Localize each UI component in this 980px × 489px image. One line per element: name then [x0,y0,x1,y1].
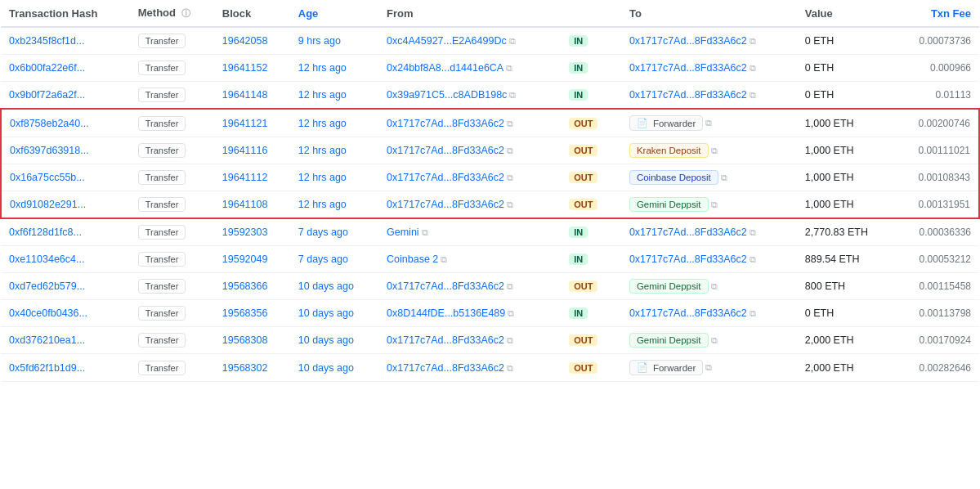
block-link[interactable]: 19641148 [222,89,268,101]
method-badge: Transfer [138,361,186,375]
from-addr-link[interactable]: 0x39a971C5...c8ADB198c [387,89,507,101]
copy-from-icon[interactable]: ⧉ [422,227,428,237]
tx-hash-link[interactable]: 0xd7ed62b579... [9,280,85,292]
from-addr-link[interactable]: 0x24bbf8A8...d1441e6CA [387,62,503,74]
from-addr-link[interactable]: 0x1717c7Ad...8Fd33A6c2 [387,145,504,156]
from-addr-link[interactable]: 0x8D144fDE...b5136E489 [387,307,505,319]
copy-from-icon[interactable]: ⧉ [506,63,512,73]
copy-to-icon[interactable]: ⧉ [705,362,712,372]
to-addr-link[interactable]: 0x1717c7Ad...8Fd33A6c2 [629,35,747,47]
to-addr-link[interactable]: 0x1717c7Ad...8Fd33A6c2 [629,89,747,101]
copy-to-icon[interactable]: ⧉ [750,90,756,100]
value-cell: 1,000 ETH [797,164,894,191]
copy-from-icon[interactable]: ⧉ [441,254,447,264]
table-row: 0x9b0f72a6a2f...Transfer1964114812 hrs a… [1,82,979,110]
age-text: 12 hrs ago [298,172,347,183]
block-link[interactable]: 19641108 [222,199,268,210]
age-cell: 7 days ago [290,218,378,246]
copy-from-icon[interactable]: ⧉ [509,36,516,46]
to-label-badge: Gemini Deppsit [629,197,709,212]
copy-to-icon[interactable]: ⧉ [711,281,718,291]
block-link[interactable]: 19592303 [222,227,268,238]
from-addr-link[interactable]: 0x1717c7Ad...8Fd33A6c2 [387,362,504,374]
block-link[interactable]: 19568366 [222,280,268,292]
in-badge: IN [569,35,588,47]
copy-from-icon[interactable]: ⧉ [508,308,514,318]
copy-to-icon[interactable]: ⧉ [750,254,756,264]
col-header-txn-fee[interactable]: Txn Fee [894,0,979,27]
age-text: 10 days ago [298,362,354,374]
block-link[interactable]: 19568302 [222,362,268,374]
block-link[interactable]: 19641121 [222,118,268,129]
tx-hash-cell: 0xe11034e6c4... [1,246,130,273]
tx-hash-link[interactable]: 0xd376210ea1... [9,334,85,346]
copy-to-icon[interactable]: ⧉ [750,227,756,237]
to-label-badge: Coinbase Deposit [629,170,718,185]
copy-from-icon[interactable]: ⧉ [507,173,513,182]
to-addr-link[interactable]: 0x1717c7Ad...8Fd33A6c2 [629,227,747,238]
txn-fee-cell: 0.00200746 [894,109,979,137]
copy-from-icon[interactable]: ⧉ [507,281,513,291]
tx-hash-link[interactable]: 0x5fd62f1b1d9... [9,362,85,374]
block-link[interactable]: 19642058 [222,35,268,47]
table-header-row: Transaction Hash Method ⓘ Block Age From… [1,0,979,27]
block-link[interactable]: 19641116 [222,145,268,156]
copy-to-icon[interactable]: ⧉ [721,173,727,182]
age-text: 12 hrs ago [298,89,347,101]
tx-hash-link[interactable]: 0xf6397d63918... [10,145,89,156]
tx-hash-link[interactable]: 0xe11034e6c4... [9,253,84,265]
tx-hash-link[interactable]: 0x9b0f72a6a2f... [9,89,85,101]
copy-to-icon[interactable]: ⧉ [750,308,756,318]
block-link[interactable]: 19641112 [222,172,268,183]
to-addr-link[interactable]: 0x1717c7Ad...8Fd33A6c2 [629,253,747,265]
block-link[interactable]: 19641152 [222,62,268,74]
tx-hash-link[interactable]: 0xf8758eb2a40... [10,118,89,129]
from-addr-link[interactable]: 0x1717c7Ad...8Fd33A6c2 [387,280,504,292]
copy-to-icon[interactable]: ⧉ [750,63,756,73]
copy-to-icon[interactable]: ⧉ [705,118,712,128]
copy-from-icon[interactable]: ⧉ [507,200,513,209]
table-row: 0x5fd62f1b1d9...Transfer1956830210 days … [1,354,979,382]
to-addr-link[interactable]: 0x1717c7Ad...8Fd33A6c2 [629,62,747,74]
tx-hash-link[interactable]: 0x40ce0fb0436... [9,307,87,319]
copy-to-icon[interactable]: ⧉ [711,146,718,155]
copy-from-icon[interactable]: ⧉ [509,90,516,100]
from-cell: 0xc4A45927...E2A6499Dc⧉ [378,27,557,55]
tx-hash-link[interactable]: 0xb2345f8cf1d... [9,35,84,47]
to-addr-link[interactable]: 0x1717c7Ad...8Fd33A6c2 [629,307,747,319]
tx-hash-cell: 0xd91082e291... [1,191,130,219]
copy-from-icon[interactable]: ⧉ [507,119,513,128]
copy-to-icon[interactable]: ⧉ [750,36,756,46]
from-addr-link[interactable]: 0xc4A45927...E2A6499Dc [387,35,507,47]
copy-to-icon[interactable]: ⧉ [711,335,718,345]
txn-fee-cell: 0.000966 [894,55,979,82]
from-addr-link[interactable]: 0x1717c7Ad...8Fd33A6c2 [387,118,504,129]
tx-hash-cell: 0x5fd62f1b1d9... [1,354,130,382]
block-link[interactable]: 19568308 [222,334,268,346]
copy-from-icon[interactable]: ⧉ [507,363,513,373]
age-text: 12 hrs ago [298,62,347,74]
tx-hash-link[interactable]: 0x16a75cc55b... [10,172,85,183]
method-cell: Transfer [130,82,214,110]
tx-hash-cell: 0x6b00fa22e6f... [1,55,130,82]
method-info-icon[interactable]: ⓘ [181,8,190,18]
from-addr-link[interactable]: 0x1717c7Ad...8Fd33A6c2 [387,199,504,210]
from-cell: Gemini⧉ [378,218,557,246]
tx-hash-link[interactable]: 0xd91082e291... [10,199,86,210]
block-link[interactable]: 19592049 [222,253,268,265]
tx-hash-cell: 0x9b0f72a6a2f... [1,82,130,110]
copy-from-icon[interactable]: ⧉ [507,146,513,155]
table-row: 0xb2345f8cf1d...Transfer196420589 hrs ag… [1,27,979,55]
tx-hash-link[interactable]: 0xf6f128d1fc8... [9,227,82,238]
out-badge: OUT [569,280,597,292]
from-addr-link[interactable]: 0x1717c7Ad...8Fd33A6c2 [387,172,504,183]
method-badge: Transfer [138,279,186,294]
block-link[interactable]: 19568356 [222,307,268,319]
from-label-link[interactable]: Gemini [387,227,419,238]
copy-to-icon[interactable]: ⧉ [711,200,718,209]
block-cell: 19641148 [214,82,290,110]
from-label-link[interactable]: Coinbase 2 [387,253,438,265]
tx-hash-link[interactable]: 0x6b00fa22e6f... [9,62,85,74]
from-addr-link[interactable]: 0x1717c7Ad...8Fd33A6c2 [387,334,504,346]
copy-from-icon[interactable]: ⧉ [507,335,513,345]
